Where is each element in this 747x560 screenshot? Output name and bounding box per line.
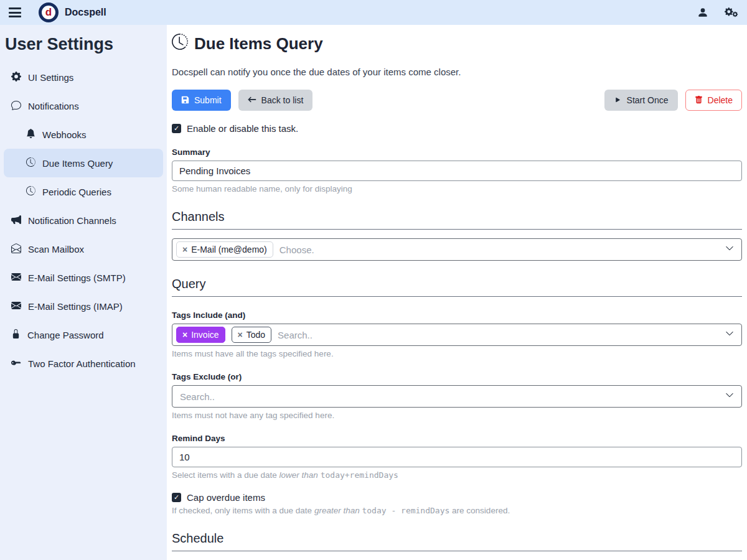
tags-include-select[interactable]: × Invoice × Todo Search.. <box>172 324 742 346</box>
remind-days-input[interactable] <box>172 447 742 467</box>
page-description: Docspell can notify you once the due dat… <box>172 67 742 77</box>
submit-button[interactable]: Submit <box>172 90 231 111</box>
channels-select[interactable]: × E-Mail (me@demo) Choose. <box>172 238 742 261</box>
channels-heading: Channels <box>172 210 742 230</box>
sidebar-item-notifications[interactable]: Notifications <box>0 91 167 120</box>
menu-icon[interactable] <box>9 7 21 17</box>
summary-help: Some human readable name, only for displ… <box>172 184 742 194</box>
arrow-left-icon <box>248 95 256 105</box>
tags-include-placeholder: Search.. <box>278 330 719 340</box>
chevron-down-icon[interactable] <box>725 329 734 340</box>
gear-icon <box>11 72 21 83</box>
history-icon <box>26 157 35 169</box>
sidebar-item-label: Scan Mailbox <box>28 244 84 254</box>
app-logo[interactable]: d Docspell <box>39 2 106 22</box>
remind-days-help: Select items with a due date lower than … <box>172 470 742 480</box>
lock-icon <box>11 329 21 340</box>
chevron-down-icon[interactable] <box>725 391 734 402</box>
app-name: Docspell <box>65 7 106 18</box>
envelope-icon <box>11 301 21 312</box>
tags-exclude-select[interactable]: Search.. <box>172 385 742 408</box>
schedule-heading: Schedule <box>172 531 742 551</box>
cap-overdue-help: If checked, only items with a due date g… <box>172 506 742 515</box>
sidebar-item-email-imap[interactable]: E-Mail Settings (IMAP) <box>0 292 167 320</box>
bell-icon <box>26 129 35 140</box>
sidebar-item-label: Notifications <box>28 101 79 111</box>
key-icon <box>11 358 21 370</box>
checkbox-checked-icon: ✓ <box>172 493 181 502</box>
history-icon <box>172 34 188 54</box>
sidebar-item-label: Change Password <box>27 330 104 340</box>
sidebar-item-label: UI Settings <box>28 72 73 83</box>
tags-include-label: Tags Include (and) <box>172 310 742 320</box>
topbar: d Docspell <box>0 0 747 25</box>
sidebar-item-label: Two Factor Authentication <box>28 358 136 369</box>
sidebar-item-two-factor[interactable]: Two Factor Authentication <box>0 349 167 378</box>
sidebar-item-periodic-queries[interactable]: Periodic Queries <box>0 177 167 206</box>
tags-exclude-help: Items must not have any tag specified he… <box>172 411 742 420</box>
start-once-button[interactable]: Start Once <box>604 90 678 111</box>
docspell-logo-icon: d <box>39 2 59 22</box>
sidebar-title: User Settings <box>0 30 167 63</box>
enable-task-checkbox[interactable]: ✓ Enable or disable this task. <box>172 123 742 134</box>
sidebar-item-label: Due Items Query <box>42 158 113 169</box>
megaphone-icon <box>11 215 21 226</box>
channels-placeholder: Choose. <box>280 245 719 255</box>
sidebar-item-email-smtp[interactable]: E-Mail Settings (SMTP) <box>0 263 167 292</box>
tags-exclude-label: Tags Exclude (or) <box>172 372 742 381</box>
sidebar-item-change-password[interactable]: Change Password <box>0 320 167 349</box>
sidebar-item-label: Periodic Queries <box>42 187 111 197</box>
checkbox-checked-icon: ✓ <box>172 124 181 133</box>
cap-overdue-checkbox[interactable]: ✓ Cap overdue items <box>172 492 742 503</box>
tags-include-help: Items must have all the tags specified h… <box>172 349 742 358</box>
chevron-down-icon[interactable] <box>725 244 734 255</box>
sidebar: User Settings UI Settings Notifications … <box>0 25 167 560</box>
sidebar-item-webhooks[interactable]: Webhooks <box>0 120 167 149</box>
back-to-list-button[interactable]: Back to list <box>238 90 313 111</box>
user-icon[interactable] <box>697 7 708 18</box>
delete-button[interactable]: Delete <box>685 90 742 111</box>
page-title: Due Items Query <box>172 34 742 54</box>
remove-chip-icon[interactable]: × <box>238 330 243 339</box>
channel-chip[interactable]: × E-Mail (me@demo) <box>176 241 273 258</box>
envelope-open-icon <box>11 243 21 255</box>
sidebar-item-label: E-Mail Settings (SMTP) <box>28 273 126 283</box>
query-heading: Query <box>172 277 742 297</box>
remove-chip-icon[interactable]: × <box>182 330 187 339</box>
tags-exclude-placeholder: Search.. <box>176 391 719 402</box>
history-icon <box>26 186 35 197</box>
cogs-icon[interactable] <box>725 7 738 18</box>
sidebar-item-label: Notification Channels <box>28 215 116 226</box>
save-icon <box>181 96 189 105</box>
chat-icon <box>11 100 21 112</box>
tag-chip-invoice[interactable]: × Invoice <box>176 327 225 343</box>
trash-icon <box>695 96 703 105</box>
remove-chip-icon[interactable]: × <box>182 245 187 254</box>
summary-input[interactable] <box>172 161 742 181</box>
sidebar-item-label: E-Mail Settings (IMAP) <box>28 301 123 312</box>
sidebar-item-notification-channels[interactable]: Notification Channels <box>0 206 167 235</box>
sidebar-item-ui-settings[interactable]: UI Settings <box>0 63 167 91</box>
summary-label: Summary <box>172 147 742 157</box>
sidebar-item-scan-mailbox[interactable]: Scan Mailbox <box>0 235 167 263</box>
envelope-icon <box>11 272 21 284</box>
play-icon <box>614 96 622 105</box>
sidebar-item-label: Webhooks <box>42 129 87 140</box>
main-content: Due Items Query Docspell can notify you … <box>167 25 747 560</box>
sidebar-item-due-items-query[interactable]: Due Items Query <box>4 149 163 177</box>
remind-days-label: Remind Days <box>172 434 742 443</box>
tag-chip-todo[interactable]: × Todo <box>232 327 272 343</box>
